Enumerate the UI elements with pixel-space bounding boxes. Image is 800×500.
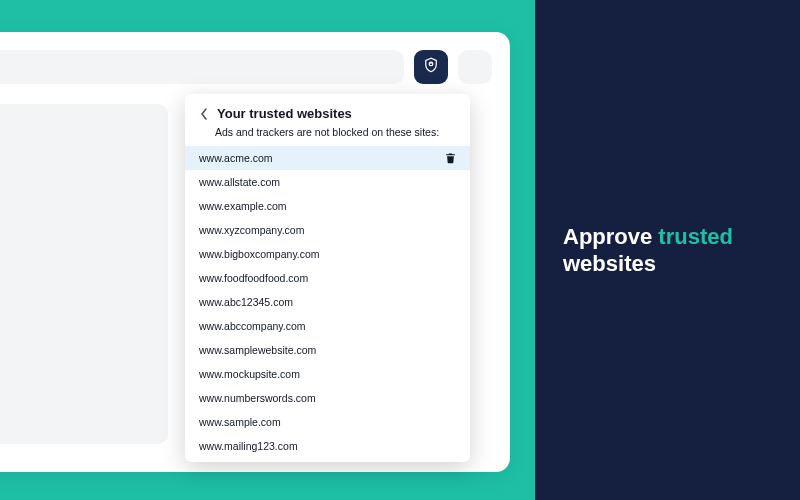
chevron-left-icon[interactable] xyxy=(199,108,209,120)
right-panel: Approve trusted websites xyxy=(535,0,800,500)
site-row[interactable]: www.numberswords.com xyxy=(185,386,470,410)
site-domain: www.mailing123.com xyxy=(199,440,298,452)
promo-line1-prefix: Approve xyxy=(563,224,658,249)
site-row[interactable]: www.example.com xyxy=(185,194,470,218)
site-row[interactable]: www.acme.com xyxy=(185,146,470,170)
site-row[interactable]: www.abc12345.com xyxy=(185,290,470,314)
site-row[interactable]: www.mockupsite.com xyxy=(185,362,470,386)
left-panel: Your trusted websites Ads and trackers a… xyxy=(0,0,535,500)
popup-header: Your trusted websites xyxy=(185,94,470,130)
menu-button[interactable] xyxy=(458,50,492,84)
site-list: www.acme.comwww.allstate.comwww.example.… xyxy=(185,146,470,458)
address-bar[interactable] xyxy=(0,50,404,84)
site-domain: www.numberswords.com xyxy=(199,392,316,404)
promo-line1-accent: trusted xyxy=(658,224,733,249)
site-row[interactable]: www.abccompany.com xyxy=(185,314,470,338)
browser-toolbar xyxy=(0,50,492,84)
popup-subtitle: Ads and trackers are not blocked on thes… xyxy=(185,126,470,147)
site-row[interactable]: www.mailing123.com xyxy=(185,434,470,458)
site-domain: www.abccompany.com xyxy=(199,320,306,332)
site-domain: www.abc12345.com xyxy=(199,296,293,308)
site-row[interactable]: www.samplewebsite.com xyxy=(185,338,470,362)
root: Your trusted websites Ads and trackers a… xyxy=(0,0,800,500)
site-domain: www.xyzcompany.com xyxy=(199,224,304,236)
trusted-sites-popup: Your trusted websites Ads and trackers a… xyxy=(185,94,470,462)
promo-line2: websites xyxy=(563,251,656,276)
promo-text: Approve trusted websites xyxy=(563,223,733,278)
site-domain: www.samplewebsite.com xyxy=(199,344,316,356)
site-row[interactable]: www.sample.com xyxy=(185,410,470,434)
site-row[interactable]: www.bigboxcompany.com xyxy=(185,242,470,266)
site-domain: www.mockupsite.com xyxy=(199,368,300,380)
site-domain: www.foodfoodfood.com xyxy=(199,272,308,284)
site-domain: www.example.com xyxy=(199,200,287,212)
site-row[interactable]: www.allstate.com xyxy=(185,170,470,194)
extension-button[interactable] xyxy=(414,50,448,84)
popup-title: Your trusted websites xyxy=(217,106,352,122)
page-content-placeholder xyxy=(0,104,168,444)
site-row[interactable]: www.xyzcompany.com xyxy=(185,218,470,242)
shield-icon xyxy=(422,56,440,78)
site-domain: www.bigboxcompany.com xyxy=(199,248,320,260)
site-row[interactable]: www.foodfoodfood.com xyxy=(185,266,470,290)
site-domain: www.acme.com xyxy=(199,152,273,164)
trash-icon[interactable] xyxy=(445,152,456,164)
site-domain: www.allstate.com xyxy=(199,176,280,188)
site-domain: www.sample.com xyxy=(199,416,281,428)
